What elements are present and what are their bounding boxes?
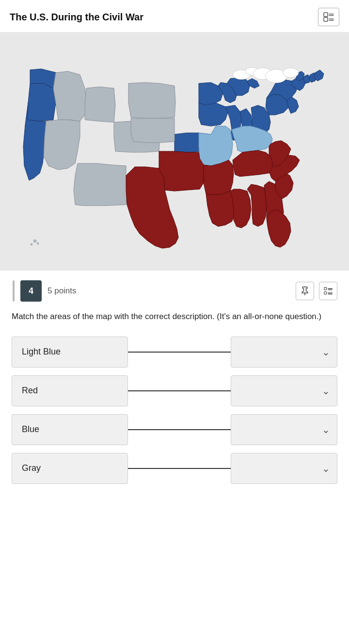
page-title: The U.S. During the Civil War — [10, 12, 143, 23]
svg-rect-0 — [324, 13, 328, 16]
civil-war-map — [10, 40, 339, 263]
svg-marker-32 — [128, 82, 175, 118]
svg-point-55 — [37, 242, 39, 244]
chevron-down-icon: ⌄ — [322, 385, 330, 397]
match-row: Gray ⌄ — [12, 453, 337, 484]
svg-point-54 — [31, 243, 32, 245]
match-label-gray: Gray — [12, 453, 128, 484]
question-header-right — [296, 282, 337, 300]
question-left-bar — [13, 280, 15, 302]
match-row: Blue ⌄ — [12, 414, 337, 445]
match-dropdown-light-blue[interactable]: ⌄ — [231, 337, 337, 368]
match-label-red: Red — [12, 375, 128, 406]
svg-marker-31 — [74, 163, 127, 206]
match-connector-2 — [128, 390, 231, 391]
page-header: The U.S. During the Civil War — [0, 0, 349, 32]
match-dropdown-red[interactable]: ⌄ — [231, 375, 337, 406]
svg-marker-27 — [53, 71, 86, 121]
match-connector-4 — [128, 468, 231, 469]
chevron-down-icon: ⌄ — [322, 463, 330, 474]
svg-point-52 — [283, 68, 299, 78]
question-section: 4 5 points Match the — [0, 271, 349, 503]
match-rows-container: Light Blue ⌄ Red ⌄ Blue ⌄ — [12, 337, 337, 484]
svg-marker-33 — [131, 118, 174, 143]
question-menu-button[interactable] — [319, 282, 337, 300]
svg-rect-1 — [324, 17, 328, 21]
list-view-button[interactable] — [318, 8, 339, 26]
pin-button[interactable] — [296, 282, 314, 300]
match-row: Light Blue ⌄ — [12, 337, 337, 368]
match-label-light-blue: Light Blue — [12, 337, 128, 368]
svg-marker-7 — [27, 83, 56, 121]
match-row: Red ⌄ — [12, 375, 337, 406]
svg-marker-30 — [44, 120, 80, 170]
chevron-down-icon: ⌄ — [322, 346, 330, 358]
chevron-down-icon: ⌄ — [322, 424, 330, 435]
map-section — [0, 32, 349, 271]
match-label-blue: Blue — [12, 414, 128, 445]
svg-marker-37 — [159, 151, 204, 191]
question-text: Match the areas of the map with the corr… — [12, 310, 337, 323]
svg-rect-58 — [324, 292, 327, 294]
match-connector-3 — [128, 429, 231, 430]
question-number: 4 — [20, 280, 42, 302]
svg-marker-38 — [204, 160, 234, 195]
svg-marker-28 — [85, 87, 115, 122]
svg-rect-57 — [324, 288, 327, 290]
match-dropdown-blue[interactable]: ⌄ — [231, 414, 337, 445]
question-header-left: 4 5 points — [12, 280, 77, 302]
question-points: 5 points — [48, 286, 77, 296]
question-header: 4 5 points — [12, 280, 337, 302]
match-connector-1 — [128, 352, 231, 353]
match-dropdown-gray[interactable]: ⌄ — [231, 453, 337, 484]
svg-point-53 — [33, 240, 36, 242]
